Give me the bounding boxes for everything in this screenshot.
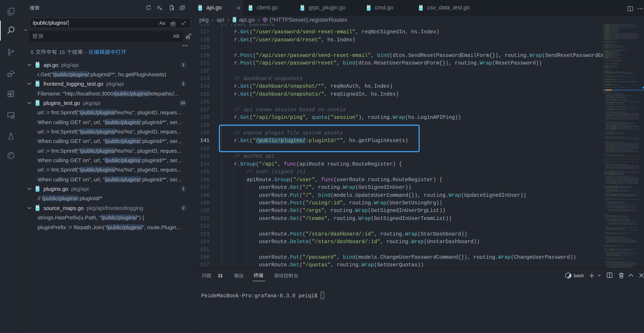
svg-text:$: $	[568, 275, 569, 278]
